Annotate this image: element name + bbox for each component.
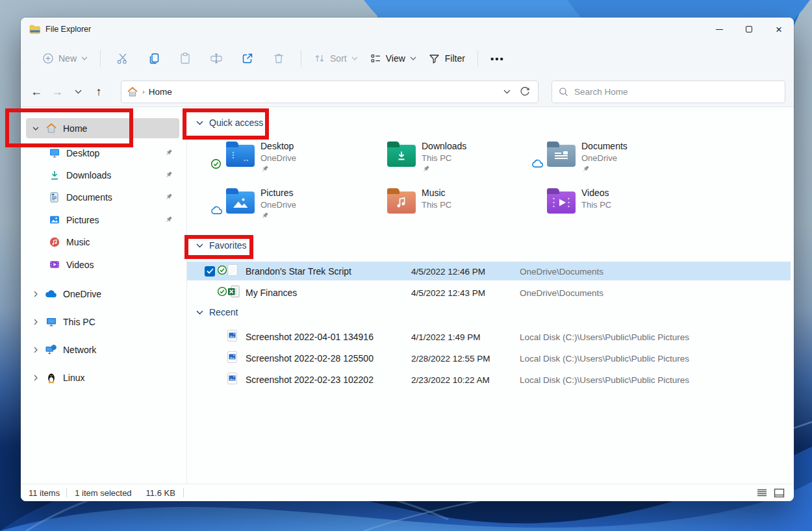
file-row-my-finances[interactable]: My Finances 4/5/2022 12:43 PM OneDrive\D… xyxy=(187,283,791,302)
breadcrumb-home[interactable]: Home xyxy=(149,87,172,97)
quick-access-header[interactable]: Quick access xyxy=(196,117,263,128)
tile-name: Downloads xyxy=(422,141,466,151)
tile-documents[interactable]: Documents OneDrive xyxy=(531,138,687,180)
home-icon xyxy=(45,123,57,134)
sidebar-item-home[interactable]: Home xyxy=(26,118,179,138)
chevron-down-icon xyxy=(196,121,203,125)
file-name: Brandon's Star Trek Script xyxy=(246,266,351,277)
sidebar-item-this-pc[interactable]: This PC xyxy=(26,312,179,332)
file-row-screenshot-2[interactable]: Screenshot 2022-02-28 125500 2/28/2022 1… xyxy=(187,349,791,367)
filter-icon xyxy=(428,53,440,65)
downloads-folder-icon xyxy=(387,145,416,167)
refresh-icon[interactable] xyxy=(520,86,530,97)
chevron-right-icon[interactable] xyxy=(31,319,40,325)
file-date: 4/1/2022 1:49 PM xyxy=(411,332,481,341)
back-button[interactable]: ← xyxy=(26,81,47,102)
chevron-down-icon[interactable] xyxy=(31,127,40,130)
forward-button[interactable]: → xyxy=(47,81,68,102)
maximize-button[interactable] xyxy=(734,18,764,41)
sidebar-item-label: Documents xyxy=(66,192,112,203)
sidebar-item-documents[interactable]: Documents xyxy=(26,187,179,207)
tile-name: Videos xyxy=(581,188,611,198)
view-button-label: View xyxy=(386,53,405,64)
tile-location: OneDrive xyxy=(260,153,296,163)
large-icons-view-button[interactable] xyxy=(774,488,785,498)
recent-locations-button[interactable] xyxy=(68,81,88,102)
main-area: Home Desktop Downloads Documents Picture… xyxy=(21,107,794,484)
image-file-icon xyxy=(227,329,238,344)
new-button-label: New xyxy=(58,53,77,64)
section-title: Favorites xyxy=(209,240,247,251)
tile-desktop[interactable]: Desktop OneDrive xyxy=(210,138,366,180)
chevron-down-icon xyxy=(81,56,88,60)
search-box[interactable] xyxy=(552,80,785,103)
minimize-button[interactable] xyxy=(704,18,734,41)
more-options-button[interactable]: ••• xyxy=(485,49,511,69)
section-title: Quick access xyxy=(209,117,263,128)
chevron-right-icon[interactable] xyxy=(31,347,40,353)
file-row-star-trek-script[interactable]: Brandon's Star Trek Script 4/5/2022 12:4… xyxy=(187,262,791,280)
documents-folder-icon xyxy=(547,145,576,167)
copy-button[interactable] xyxy=(138,47,170,69)
sidebar-item-music[interactable]: Music xyxy=(26,232,179,252)
sidebar-item-desktop[interactable]: Desktop xyxy=(26,143,179,163)
file-date: 4/5/2022 12:46 PM xyxy=(411,266,485,276)
sidebar-item-downloads[interactable]: Downloads xyxy=(26,165,179,185)
paste-button[interactable] xyxy=(170,47,201,69)
tile-name: Music xyxy=(422,188,451,198)
chevron-down-icon xyxy=(75,90,82,94)
tile-downloads[interactable]: Downloads This PC xyxy=(372,138,527,180)
tile-pictures[interactable]: Pictures OneDrive xyxy=(210,185,366,227)
command-bar: New Sort View xyxy=(21,41,794,76)
file-name: Screenshot 2022-02-23 102202 xyxy=(246,375,374,385)
pin-icon xyxy=(164,149,173,157)
tile-location: OneDrive xyxy=(581,153,628,163)
music-icon xyxy=(48,236,60,248)
sidebar-item-network[interactable]: Network xyxy=(26,340,179,360)
section-title: Recent xyxy=(209,307,238,317)
tile-videos[interactable]: Videos This PC xyxy=(531,185,687,227)
close-icon: × xyxy=(776,24,782,35)
filter-button[interactable]: Filter xyxy=(422,48,471,69)
tile-music[interactable]: Music This PC xyxy=(372,185,527,227)
recent-header[interactable]: Recent xyxy=(196,307,238,317)
sidebar-item-linux[interactable]: Linux xyxy=(26,367,179,388)
sidebar-item-onedrive[interactable]: OneDrive xyxy=(26,284,179,304)
sort-button[interactable]: Sort xyxy=(308,48,364,69)
checkbox-checked-icon[interactable] xyxy=(205,266,215,277)
search-input[interactable] xyxy=(574,87,778,97)
search-icon xyxy=(559,87,568,97)
new-button[interactable]: New xyxy=(36,48,94,69)
share-button[interactable] xyxy=(232,47,263,69)
address-dropdown-icon[interactable] xyxy=(503,90,511,94)
view-button[interactable]: View xyxy=(364,48,422,69)
sync-check-icon xyxy=(217,286,227,299)
close-button[interactable]: × xyxy=(764,18,794,41)
file-row-screenshot-3[interactable]: Screenshot 2022-02-23 102202 2/23/2022 1… xyxy=(187,370,791,389)
favorites-header[interactable]: Favorites xyxy=(196,240,247,251)
pictures-icon xyxy=(48,214,60,225)
documents-icon xyxy=(48,191,60,203)
toolbar-divider xyxy=(477,50,478,67)
sidebar-item-label: Home xyxy=(63,123,87,134)
cut-button[interactable] xyxy=(107,47,138,69)
file-row-screenshot-1[interactable]: Screenshot 2022-04-01 134916 4/1/2022 1:… xyxy=(187,327,791,346)
paste-icon xyxy=(179,52,192,65)
chevron-right-icon[interactable] xyxy=(31,375,40,381)
onedrive-icon xyxy=(45,290,57,298)
details-view-button[interactable] xyxy=(757,488,767,497)
up-button[interactable]: ↑ xyxy=(88,81,109,102)
titlebar[interactable]: File Explorer × xyxy=(21,18,794,41)
chevron-right-icon[interactable] xyxy=(31,291,40,297)
toolbar-divider xyxy=(301,50,301,67)
plus-circle-icon xyxy=(42,53,54,64)
delete-button[interactable] xyxy=(263,47,294,69)
sidebar-item-videos[interactable]: Videos xyxy=(26,254,179,275)
sidebar-item-pictures[interactable]: Pictures xyxy=(26,210,179,230)
address-bar[interactable]: › Home xyxy=(121,80,539,103)
sync-check-icon xyxy=(210,138,226,180)
sidebar-item-label: Downloads xyxy=(66,170,111,180)
pin-icon xyxy=(260,165,269,173)
rename-button[interactable] xyxy=(201,47,232,69)
sidebar-item-label: Music xyxy=(66,237,90,247)
